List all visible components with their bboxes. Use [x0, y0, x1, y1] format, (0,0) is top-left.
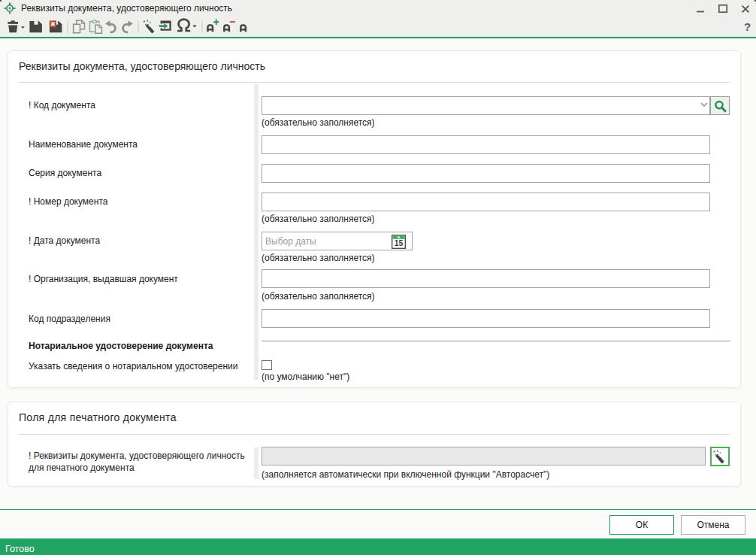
svg-text:15: 15: [395, 238, 404, 247]
